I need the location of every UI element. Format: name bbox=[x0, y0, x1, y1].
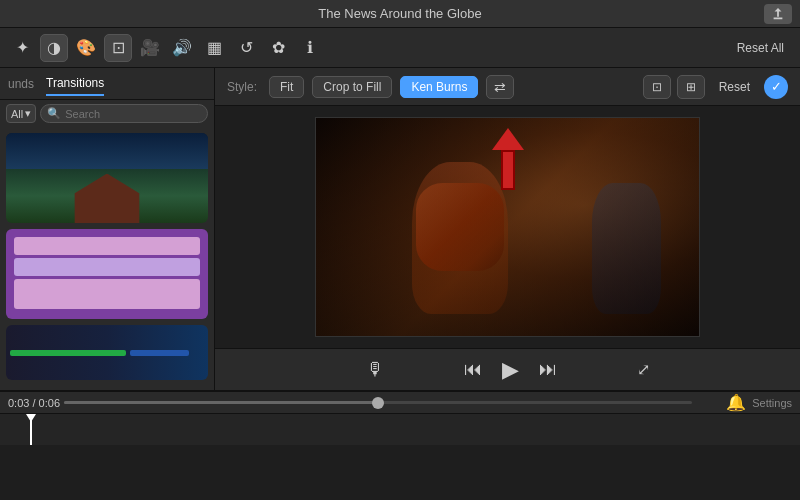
share-button[interactable] bbox=[764, 4, 792, 24]
clips-list bbox=[0, 127, 214, 390]
speed-icon[interactable]: ▦ bbox=[200, 34, 228, 62]
playback-controls: 🎙 ⏮ ▶ ⏭ ⤢ bbox=[215, 348, 800, 390]
chevron-down-icon: ▾ bbox=[25, 107, 31, 120]
filter-select[interactable]: All ▾ bbox=[6, 104, 36, 123]
list-item[interactable] bbox=[6, 325, 208, 380]
fullscreen-button[interactable]: ⤢ bbox=[637, 360, 650, 379]
crop-icon[interactable]: ⊡ bbox=[104, 34, 132, 62]
arrow-indicator bbox=[492, 128, 524, 190]
main-layout: unds Transitions All ▾ 🔍 bbox=[0, 68, 800, 390]
skip-forward-button[interactable]: ⏭ bbox=[539, 359, 557, 380]
reset-all-button[interactable]: Reset All bbox=[729, 37, 792, 59]
style-label: Style: bbox=[227, 80, 257, 94]
microphone-icon[interactable]: 🎙 bbox=[366, 359, 384, 380]
noise-icon[interactable]: ✿ bbox=[264, 34, 292, 62]
timeline: 0:03 / 0:06 🔔 Settings bbox=[0, 390, 800, 445]
slider-thumb[interactable] bbox=[372, 397, 384, 409]
video-frame bbox=[315, 117, 700, 337]
title-bar: The News Around the Globe bbox=[0, 0, 800, 28]
swap-icon[interactable]: ⇄ bbox=[486, 75, 514, 99]
timeline-slider[interactable] bbox=[60, 401, 792, 404]
video-preview bbox=[215, 106, 800, 348]
list-item[interactable] bbox=[6, 133, 208, 223]
play-button[interactable]: ▶ bbox=[502, 357, 519, 383]
slider-track bbox=[64, 401, 692, 404]
search-input[interactable] bbox=[65, 108, 201, 120]
playhead bbox=[30, 414, 32, 445]
volume-icon: 🔔 bbox=[726, 393, 746, 412]
confirm-button[interactable]: ✓ bbox=[764, 75, 788, 99]
camera-icon[interactable]: 🎥 bbox=[136, 34, 164, 62]
video-content bbox=[316, 118, 699, 336]
transform-icon[interactable]: ⊞ bbox=[677, 75, 705, 99]
search-icon: 🔍 bbox=[47, 107, 61, 120]
style-crop-fill-button[interactable]: Crop to Fill bbox=[312, 76, 392, 98]
wand-icon[interactable]: ✦ bbox=[8, 34, 36, 62]
center-panel: Style: Fit Crop to Fill Ken Burns ⇄ ⊡ ⊞ … bbox=[215, 68, 800, 390]
palette-icon[interactable]: 🎨 bbox=[72, 34, 100, 62]
tab-sounds[interactable]: unds bbox=[8, 73, 34, 95]
list-item[interactable] bbox=[6, 229, 208, 319]
left-tabs: unds Transitions bbox=[0, 68, 214, 100]
style-fit-button[interactable]: Fit bbox=[269, 76, 304, 98]
style-bar: Style: Fit Crop to Fill Ken Burns ⇄ ⊡ ⊞ … bbox=[215, 68, 800, 106]
stabilize-icon[interactable]: ↺ bbox=[232, 34, 260, 62]
tab-transitions[interactable]: Transitions bbox=[46, 72, 104, 96]
timeline-header: 0:03 / 0:06 🔔 Settings bbox=[0, 392, 800, 414]
info-icon[interactable]: ℹ bbox=[296, 34, 324, 62]
settings-button[interactable]: Settings bbox=[752, 397, 792, 409]
search-box[interactable]: 🔍 bbox=[40, 104, 208, 123]
window-title: The News Around the Globe bbox=[318, 6, 481, 21]
slider-fill bbox=[64, 401, 378, 404]
color-icon[interactable]: ◑ bbox=[40, 34, 68, 62]
reset-button[interactable]: Reset bbox=[711, 77, 758, 97]
main-toolbar: ✦ ◑ 🎨 ⊡ 🎥 🔊 ▦ ↺ ✿ ℹ Reset All bbox=[0, 28, 800, 68]
style-ken-burns-button[interactable]: Ken Burns bbox=[400, 76, 478, 98]
timeline-body bbox=[0, 414, 800, 445]
current-time: 0:03 / 0:06 bbox=[8, 397, 60, 409]
left-panel: unds Transitions All ▾ 🔍 bbox=[0, 68, 215, 390]
filter-row: All ▾ 🔍 bbox=[0, 100, 214, 127]
skip-back-button[interactable]: ⏮ bbox=[464, 359, 482, 380]
audio-icon[interactable]: 🔊 bbox=[168, 34, 196, 62]
frame-icon[interactable]: ⊡ bbox=[643, 75, 671, 99]
